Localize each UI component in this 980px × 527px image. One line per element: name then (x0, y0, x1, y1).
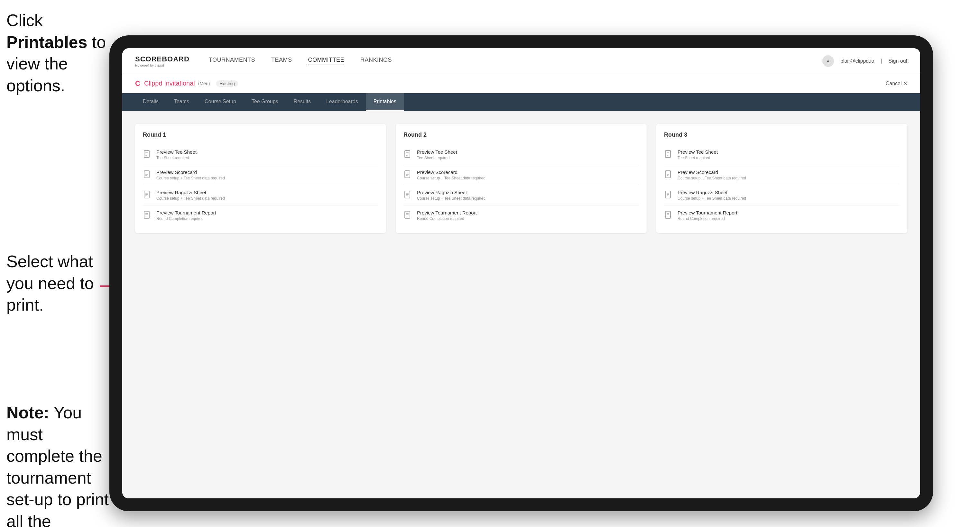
tab-teams[interactable]: Teams (166, 93, 197, 111)
tournament-icon: C (135, 79, 140, 88)
doc-icon-11 (664, 190, 673, 199)
user-avatar: ● (822, 55, 834, 67)
round-3-scorecard[interactable]: Preview Scorecard Course setup + Tee She… (664, 165, 900, 185)
top-nav-links: TOURNAMENTS TEAMS COMMITTEE RANKINGS (209, 57, 822, 65)
separator: | (881, 58, 882, 64)
round-2-scorecard-text: Preview Scorecard Course setup + Tee She… (417, 170, 485, 180)
user-email: blair@clippd.io (840, 58, 874, 64)
note-bold: Note: (6, 403, 49, 422)
tournament-sub: (Men) (198, 81, 210, 86)
round-3-scorecard-sub: Course setup + Tee Sheet data required (678, 176, 746, 180)
round-1-raguzzi-title: Preview Raguzzi Sheet (156, 190, 225, 195)
nav-rankings[interactable]: RANKINGS (360, 57, 392, 65)
round-2-report-sub: Round Completion required (417, 216, 477, 221)
doc-icon (143, 150, 152, 159)
tab-tee-groups[interactable]: Tee Groups (244, 93, 286, 111)
sign-out-link[interactable]: Sign out (888, 58, 907, 64)
tab-navigation: Details Teams Course Setup Tee Groups Re… (122, 93, 920, 111)
tournament-name[interactable]: Clippd Invitational (144, 80, 195, 87)
tab-results[interactable]: Results (286, 93, 318, 111)
nav-teams[interactable]: TEAMS (271, 57, 292, 65)
doc-icon-7 (404, 190, 412, 199)
round-1-raguzzi[interactable]: Preview Raguzzi Sheet Course setup + Tee… (143, 185, 379, 205)
tab-details[interactable]: Details (135, 93, 166, 111)
nav-tournaments[interactable]: TOURNAMENTS (209, 57, 255, 65)
round-3-raguzzi[interactable]: Preview Raguzzi Sheet Course setup + Tee… (664, 185, 900, 205)
tab-printables[interactable]: Printables (366, 93, 404, 111)
round-2-tee-sheet[interactable]: Preview Tee Sheet Tee Sheet required (404, 145, 639, 165)
round-3-tee-sheet-title: Preview Tee Sheet (678, 149, 718, 155)
round-1-tee-sheet-title: Preview Tee Sheet (156, 149, 197, 155)
round-2-tee-sheet-sub: Tee Sheet required (417, 156, 457, 160)
tab-course-setup[interactable]: Course Setup (197, 93, 244, 111)
doc-icon-12 (664, 211, 673, 220)
round-1-tee-sheet-sub: Tee Sheet required (156, 156, 197, 160)
round-3-tee-sheet-text: Preview Tee Sheet Tee Sheet required (678, 149, 718, 160)
tablet-screen: SCOREBOARD Powered by clippd TOURNAMENTS… (122, 48, 920, 498)
top-nav-right: ● blair@clippd.io | Sign out (822, 55, 907, 67)
logo-title: SCOREBOARD (135, 55, 189, 63)
doc-icon-9 (664, 150, 673, 159)
round-2-scorecard[interactable]: Preview Scorecard Course setup + Tee She… (404, 165, 639, 185)
round-2-raguzzi-text: Preview Raguzzi Sheet Course setup + Tee… (417, 190, 485, 201)
round-2-raguzzi-sub: Course setup + Tee Sheet data required (417, 196, 485, 201)
doc-icon-5 (404, 150, 412, 159)
round-3-column: Round 3 Preview Tee Sheet Tee Sheet requ… (656, 124, 907, 233)
sub-navigation: C Clippd Invitational (Men) Hosting Canc… (122, 74, 920, 93)
doc-icon-10 (664, 170, 673, 179)
logo-subtitle: Powered by clippd (135, 63, 189, 67)
round-1-scorecard-sub: Course setup + Tee Sheet data required (156, 176, 225, 180)
round-1-tee-sheet-text: Preview Tee Sheet Tee Sheet required (156, 149, 197, 160)
round-3-scorecard-text: Preview Scorecard Course setup + Tee She… (678, 170, 746, 180)
nav-committee[interactable]: COMMITTEE (308, 57, 345, 65)
round-1-raguzzi-text: Preview Raguzzi Sheet Course setup + Tee… (156, 190, 225, 201)
doc-icon-3 (143, 190, 152, 199)
instruction-bottom: Note: You must complete the tournament s… (6, 402, 110, 527)
round-3-title: Round 3 (664, 132, 900, 138)
round-3-scorecard-title: Preview Scorecard (678, 170, 746, 175)
round-3-raguzzi-text: Preview Raguzzi Sheet Course setup + Tee… (678, 190, 746, 201)
round-3-raguzzi-sub: Course setup + Tee Sheet data required (678, 196, 746, 201)
round-3-report-sub: Round Completion required (678, 216, 737, 221)
round-2-raguzzi-title: Preview Raguzzi Sheet (417, 190, 485, 195)
tablet-device: SCOREBOARD Powered by clippd TOURNAMENTS… (110, 35, 933, 511)
doc-icon-4 (143, 211, 152, 220)
round-2-scorecard-title: Preview Scorecard (417, 170, 485, 175)
round-2-tee-sheet-title: Preview Tee Sheet (417, 149, 457, 155)
round-3-tournament-report[interactable]: Preview Tournament Report Round Completi… (664, 205, 900, 225)
round-2-report-title: Preview Tournament Report (417, 210, 477, 216)
logo-area: SCOREBOARD Powered by clippd (135, 55, 189, 67)
top-navigation: SCOREBOARD Powered by clippd TOURNAMENTS… (122, 48, 920, 74)
round-1-scorecard-text: Preview Scorecard Course setup + Tee She… (156, 170, 225, 180)
round-3-report-text: Preview Tournament Report Round Completi… (678, 210, 737, 221)
tab-leaderboards[interactable]: Leaderboards (318, 93, 366, 111)
round-1-report-title: Preview Tournament Report (156, 210, 216, 216)
doc-icon-6 (404, 170, 412, 179)
round-1-report-text: Preview Tournament Report Round Completi… (156, 210, 216, 221)
round-1-scorecard[interactable]: Preview Scorecard Course setup + Tee She… (143, 165, 379, 185)
main-content: Round 1 Preview Tee Sheet Tee Sheet requ… (122, 111, 920, 498)
round-2-tournament-report[interactable]: Preview Tournament Report Round Completi… (404, 205, 639, 225)
round-2-raguzzi[interactable]: Preview Raguzzi Sheet Course setup + Tee… (404, 185, 639, 205)
round-1-tournament-report[interactable]: Preview Tournament Report Round Completi… (143, 205, 379, 225)
round-1-column: Round 1 Preview Tee Sheet Tee Sheet requ… (135, 124, 386, 233)
round-3-report-title: Preview Tournament Report (678, 210, 737, 216)
round-1-report-sub: Round Completion required (156, 216, 216, 221)
round-1-scorecard-title: Preview Scorecard (156, 170, 225, 175)
round-3-tee-sheet-sub: Tee Sheet required (678, 156, 718, 160)
round-2-title: Round 2 (404, 132, 639, 138)
round-2-scorecard-sub: Course setup + Tee Sheet data required (417, 176, 485, 180)
cancel-button[interactable]: Cancel ✕ (886, 80, 907, 86)
round-2-report-text: Preview Tournament Report Round Completi… (417, 210, 477, 221)
doc-icon-2 (143, 170, 152, 179)
round-2-column: Round 2 Preview Tee Sheet Tee Sheet requ… (396, 124, 647, 233)
rounds-container: Round 1 Preview Tee Sheet Tee Sheet requ… (135, 124, 907, 233)
round-1-tee-sheet[interactable]: Preview Tee Sheet Tee Sheet required (143, 145, 379, 165)
round-3-tee-sheet[interactable]: Preview Tee Sheet Tee Sheet required (664, 145, 900, 165)
round-1-title: Round 1 (143, 132, 379, 138)
round-2-tee-sheet-text: Preview Tee Sheet Tee Sheet required (417, 149, 457, 160)
round-3-raguzzi-title: Preview Raguzzi Sheet (678, 190, 746, 195)
round-1-raguzzi-sub: Course setup + Tee Sheet data required (156, 196, 225, 201)
hosting-badge: Hosting (216, 80, 238, 87)
doc-icon-8 (404, 211, 412, 220)
